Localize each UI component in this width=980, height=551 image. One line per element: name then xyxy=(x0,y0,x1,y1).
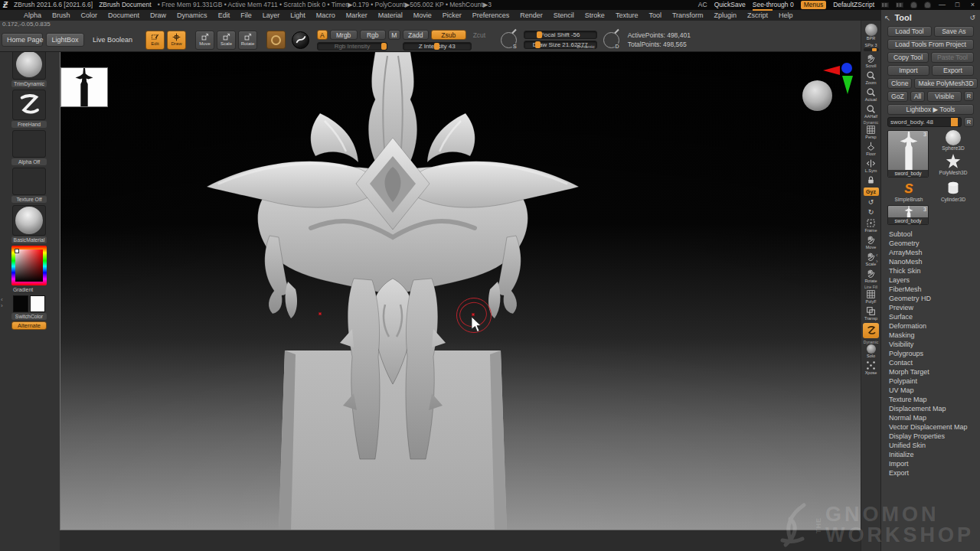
tool-section-header[interactable]: Initialize xyxy=(887,450,974,459)
load-tools-from-project-button[interactable]: Load Tools From Project xyxy=(887,39,974,50)
move-button[interactable]: Move xyxy=(195,31,214,50)
save-as-button[interactable]: Save As xyxy=(934,26,974,37)
zadd-button[interactable]: Zadd xyxy=(403,30,429,40)
tool-section-header[interactable]: Geometry xyxy=(887,239,974,248)
rotate-button[interactable]: Rotate xyxy=(238,31,257,50)
camera-orientation-sphere[interactable] xyxy=(802,80,832,111)
tool-item-sphere3d[interactable]: Sphere3D xyxy=(932,130,975,152)
tool-section-header[interactable]: Visibility xyxy=(887,340,974,349)
import-button[interactable]: Import xyxy=(887,65,929,76)
tool-section-header[interactable]: Deformation xyxy=(887,321,974,331)
rgb-button[interactable]: Rgb xyxy=(360,30,386,40)
lightbox-tools-button[interactable]: Lightbox ▶ Tools xyxy=(887,104,974,115)
see-through-slider[interactable]: See-through 0 xyxy=(753,0,794,11)
tool-item-polymesh3d[interactable]: PolyMesh3D xyxy=(932,153,975,176)
palette-back-icon[interactable]: ↖ xyxy=(884,14,890,22)
menu-item[interactable]: Brush xyxy=(47,10,76,21)
aahalf-button[interactable]: AAHalf xyxy=(862,104,880,119)
menu-item[interactable]: Layer xyxy=(257,10,286,21)
tool-section-header[interactable]: NanoMesh xyxy=(887,257,974,266)
menu-item[interactable]: Zscript xyxy=(742,10,773,21)
glove-icon[interactable] xyxy=(910,2,917,8)
menus-button[interactable]: Menus xyxy=(801,1,827,9)
menu-item[interactable]: Tool xyxy=(643,10,667,21)
restore-button[interactable]: □ xyxy=(953,0,962,10)
tool-section-header[interactable]: Display Properties xyxy=(887,432,974,441)
menu-item[interactable]: Dynamics xyxy=(172,10,213,21)
tool-section-header[interactable]: Preview xyxy=(887,303,974,312)
current-stroke[interactable]: FreeHand xyxy=(11,90,47,128)
tool-section-header[interactable]: ArrayMesh xyxy=(887,248,974,257)
z-intensity-slider[interactable]: Z Intensity 43 xyxy=(403,42,472,51)
load-tool-button[interactable]: Load Tool xyxy=(887,26,932,37)
menu-item[interactable]: Preferences xyxy=(467,10,515,21)
lazy-stroke-icon[interactable]: S xyxy=(501,32,517,48)
menu-item[interactable]: Color xyxy=(76,10,103,21)
current-material[interactable]: BasicMaterial xyxy=(11,205,47,243)
redo-button[interactable]: ↻ xyxy=(862,208,880,216)
copy-tool-button[interactable]: Copy Tool xyxy=(887,52,929,63)
make-polymesh3d-button[interactable]: Make PolyMesh3D xyxy=(914,78,977,89)
menu-item[interactable]: Document xyxy=(103,10,145,21)
palette-reset-icon[interactable]: ↺ xyxy=(969,14,975,21)
frame-button[interactable]: Frame xyxy=(862,218,880,233)
menu-item[interactable]: Alpha xyxy=(18,10,47,21)
subtool-count-slider[interactable]: sword_body. 48 xyxy=(887,117,962,127)
stroke-preview-icon[interactable] xyxy=(292,31,309,49)
hue-ring[interactable] xyxy=(11,246,47,285)
current-texture[interactable]: Texture Off xyxy=(11,168,47,203)
undo-button[interactable]: ↺ xyxy=(862,198,880,206)
tool-section-header[interactable]: FiberMesh xyxy=(887,285,974,294)
edit-button[interactable]: Edit xyxy=(145,31,165,50)
default-zscript-button[interactable]: DefaultZScript xyxy=(833,0,874,10)
spix-slider[interactable]: SPix 3 xyxy=(862,43,880,51)
zsub-button[interactable]: Zsub xyxy=(431,30,466,40)
tool-section-header[interactable]: UV Map xyxy=(887,386,974,395)
close-button[interactable]: × xyxy=(969,0,977,10)
menu-item[interactable]: Edit xyxy=(213,10,236,21)
scroll-button[interactable]: Scroll xyxy=(862,54,880,68)
color-picker[interactable]: Gradient xyxy=(11,246,47,293)
zcut-button[interactable]: Zcut xyxy=(469,30,490,40)
r-button[interactable]: R xyxy=(964,91,974,101)
tool-item-sword-body-2[interactable]: 3 sword_body xyxy=(887,205,929,225)
quicksave-button[interactable]: QuickSave xyxy=(714,0,746,10)
main-color-swatch[interactable] xyxy=(13,295,28,312)
visible-button[interactable]: Visible xyxy=(927,91,962,102)
menu-item[interactable]: Macro xyxy=(311,10,341,21)
export-button[interactable]: Export xyxy=(932,65,974,76)
menu-item[interactable]: Picker xyxy=(437,10,467,21)
tool-section-header[interactable]: Contact xyxy=(887,358,974,367)
tool-section-header[interactable]: Morph Target xyxy=(887,367,974,377)
glove-icon[interactable] xyxy=(924,2,931,8)
rgb-intensity-slider[interactable]: Rgb Intensity xyxy=(317,42,387,51)
tool-section-header[interactable]: Masking xyxy=(887,331,974,340)
paste-tool-button[interactable]: Paste Tool xyxy=(931,52,974,63)
tool-section-header[interactable]: Surface xyxy=(887,312,974,321)
minimize-button[interactable]: — xyxy=(938,0,946,10)
dynamic-draw-size-icon[interactable]: D xyxy=(603,32,619,48)
tool-section-header[interactable]: Export xyxy=(887,468,974,478)
current-brush[interactable]: TrimDynamic xyxy=(11,49,47,87)
all-button[interactable]: All xyxy=(910,91,926,102)
rotate-camera-button[interactable]: Rotate xyxy=(862,269,880,283)
tool-section-header[interactable]: Vector Displacement Map xyxy=(887,422,974,432)
menu-item[interactable]: Render xyxy=(514,10,548,21)
anchor-a-button[interactable]: A xyxy=(317,30,328,40)
floor-button[interactable]: Floor xyxy=(862,142,880,156)
tool-section-header[interactable]: Subtool xyxy=(887,230,974,239)
tool-item-simplebrush[interactable]: S SimpleBrush xyxy=(887,180,930,203)
tool-section-header[interactable]: Texture Map xyxy=(887,395,974,404)
draw-button[interactable]: Draw xyxy=(167,31,186,50)
sculptris-pro-button[interactable] xyxy=(266,31,286,49)
slider-r-button[interactable]: R xyxy=(964,117,974,127)
transparency-button[interactable]: Transp xyxy=(862,306,880,321)
menu-item[interactable]: Help xyxy=(773,10,799,21)
zbrush-dynamic-button[interactable] xyxy=(862,323,880,338)
menu-item[interactable]: Marker xyxy=(341,10,373,21)
current-alpha[interactable]: Alpha Off xyxy=(11,130,47,165)
goz-button[interactable]: GoZ xyxy=(887,91,908,102)
home-page-button[interactable]: Home Page xyxy=(2,33,43,47)
menu-item[interactable]: Material xyxy=(373,10,408,21)
tool-item-cylinder3d[interactable]: Cylinder3D xyxy=(932,180,975,203)
